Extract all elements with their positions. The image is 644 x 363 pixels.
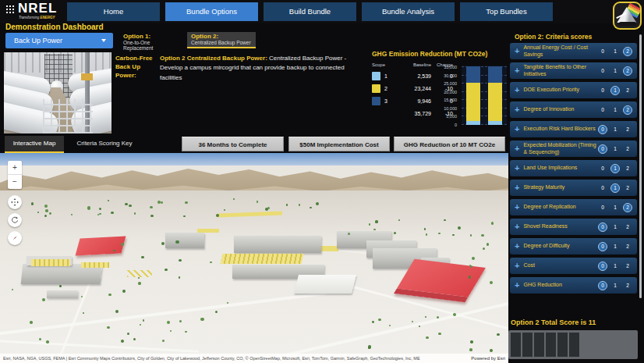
score-button-2[interactable]: 2 <box>623 222 632 232</box>
score-button-0[interactable]: 0 <box>598 105 607 115</box>
tree-icon <box>389 325 391 326</box>
nav-tab-home[interactable]: Home <box>67 2 160 21</box>
rotate-button[interactable] <box>8 213 22 227</box>
total-score-label: Option 2 Total Score is 11 <box>511 319 596 326</box>
score-button-2[interactable]: 2 <box>623 183 632 193</box>
ghg-scope-cell: 3 <box>372 97 403 105</box>
score-button-1[interactable]: 1 <box>610 86 620 95</box>
score-button-1[interactable]: 1 <box>610 125 620 134</box>
score-button-2[interactable]: 2 <box>623 125 632 134</box>
score-button-1[interactable]: 1 <box>610 222 620 232</box>
score-button-2[interactable]: 2 <box>623 262 632 271</box>
bar-segment <box>466 83 480 121</box>
score-button-1[interactable]: 1 <box>610 242 620 251</box>
zoom-in-button[interactable]: + <box>8 161 22 175</box>
score-button-0[interactable]: 0 <box>598 144 607 154</box>
progress-segment <box>511 333 521 357</box>
tree-icon <box>426 336 429 340</box>
score-button-0[interactable]: 0 <box>598 203 607 212</box>
tree-icon <box>453 313 456 316</box>
ghg-chart-title: GHG Emission Reduction (MT CO2e) <box>372 50 487 58</box>
map-canvas[interactable]: + − Esri, NASA, NGA, USGS, FEMA | Esri C… <box>0 153 508 363</box>
expand-plus-icon[interactable]: + <box>515 105 519 114</box>
nav-tab-top-bundles[interactable]: Top Bundles <box>460 2 553 21</box>
expand-plus-icon[interactable]: + <box>515 86 519 94</box>
score-button-1[interactable]: 1 <box>610 262 620 271</box>
score-button-2[interactable]: 2 <box>623 66 632 76</box>
nrel-logo: NREL <box>18 1 57 16</box>
nav-tab-build-bundle[interactable]: Build Bundle <box>264 2 356 21</box>
tree-icon <box>398 219 400 221</box>
score-button-1[interactable]: 1 <box>610 203 620 212</box>
score-button-2[interactable]: 2 <box>623 144 632 154</box>
score-button-0[interactable]: 0 <box>598 183 607 193</box>
map-zoom-control: + − <box>8 161 22 189</box>
criteria-label: Tangible Benefits to Other Initiatives <box>523 64 598 77</box>
score-button-0[interactable]: 0 <box>598 164 607 173</box>
criteria-label: Annual Energy Cost / Cost Savings <box>523 44 598 58</box>
score-button-0[interactable]: 0 <box>598 125 607 134</box>
bar-segment <box>466 66 480 83</box>
zoom-out-button[interactable]: − <box>8 175 22 189</box>
score-button-1[interactable]: 1 <box>610 66 620 76</box>
score-button-0[interactable]: 0 <box>598 281 607 290</box>
score-buttons: 012 <box>598 125 632 134</box>
criteria-label: Degree of Difficulty <box>523 243 598 249</box>
tab-interactive-map[interactable]: Interactive Map <box>5 136 64 153</box>
expand-plus-icon[interactable]: + <box>515 222 519 231</box>
compass-button[interactable] <box>8 231 22 245</box>
score-button-0[interactable]: 0 <box>598 222 607 232</box>
criteria-row: +Shovel Readiness012 <box>510 219 637 235</box>
tab-option-1[interactable]: Option 1: One-to-One Replacement <box>119 32 185 48</box>
score-button-0[interactable]: 0 <box>598 262 607 271</box>
criteria-scrollbar[interactable] <box>639 34 642 298</box>
expand-plus-icon[interactable]: + <box>515 144 519 153</box>
score-button-1[interactable]: 1 <box>610 164 620 173</box>
expand-plus-icon[interactable]: + <box>515 183 519 192</box>
y-tick-label: 0 <box>455 123 457 127</box>
expand-plus-icon[interactable]: + <box>515 47 519 55</box>
expand-plus-icon[interactable]: + <box>515 242 519 251</box>
score-button-1[interactable]: 1 <box>610 183 620 193</box>
nav-tab-bundle-options[interactable]: Bundle Options <box>165 2 258 21</box>
score-button-2[interactable]: 2 <box>623 203 632 212</box>
ghg-bar-1 <box>466 66 480 125</box>
expand-plus-icon[interactable]: + <box>515 203 519 212</box>
tree-icon <box>200 318 203 321</box>
score-button-0[interactable]: 0 <box>598 242 607 251</box>
score-button-2[interactable]: 2 <box>623 242 632 251</box>
tab-criteria-scoring-key[interactable]: Criteria Scoring Key <box>70 136 139 151</box>
score-button-1[interactable]: 1 <box>610 105 620 115</box>
progress-segment <box>522 333 533 357</box>
progress-segment <box>546 333 556 357</box>
pan-button[interactable] <box>8 195 22 209</box>
scope-color-swatch <box>372 72 380 80</box>
score-button-0[interactable]: 0 <box>598 86 607 95</box>
score-button-2[interactable]: 2 <box>623 105 632 115</box>
tree-icon <box>129 205 132 208</box>
score-button-2[interactable]: 2 <box>623 86 632 95</box>
score-button-2[interactable]: 2 <box>623 281 632 290</box>
nav-tab-bundle-analysis[interactable]: Bundle Analysis <box>362 2 455 21</box>
score-button-2[interactable]: 2 <box>623 47 632 56</box>
expand-plus-icon[interactable]: + <box>515 164 519 173</box>
score-button-1[interactable]: 1 <box>610 281 620 290</box>
pan-icon <box>11 198 19 206</box>
tree-icon <box>113 250 115 251</box>
expand-plus-icon[interactable]: + <box>515 262 519 270</box>
info-badge-cost: $50M Implementation Cost <box>288 137 390 151</box>
criteria-label: Degree of Replication <box>523 204 598 210</box>
expand-plus-icon[interactable]: + <box>515 66 519 75</box>
criteria-row: +DOE Execution Priority012 <box>510 82 637 98</box>
score-button-1[interactable]: 1 <box>610 47 620 56</box>
expand-plus-icon[interactable]: + <box>515 281 519 290</box>
score-button-0[interactable]: 0 <box>598 47 607 56</box>
expand-plus-icon[interactable]: + <box>515 125 519 133</box>
nrel-tagline: Transforming ENERGY <box>19 16 55 20</box>
scenario-dropdown[interactable]: Back Up Power <box>5 33 113 48</box>
chevron-down-icon <box>101 39 106 42</box>
score-button-2[interactable]: 2 <box>623 164 632 173</box>
score-button-1[interactable]: 1 <box>610 144 620 154</box>
tab-option-2[interactable]: Option 2: Centralized Backup Power <box>187 32 256 48</box>
score-button-0[interactable]: 0 <box>598 66 607 76</box>
